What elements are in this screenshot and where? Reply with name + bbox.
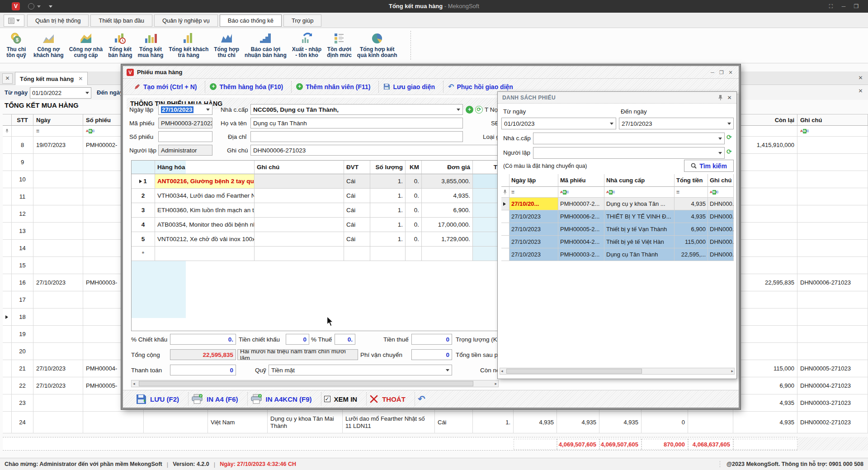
tien-chiet-khau-field[interactable]: 0 [286,334,309,345]
add-staff-button[interactable]: + Thêm nhân viên (F11) [292,81,379,93]
scroll-right-icon[interactable]: ▸ [731,369,733,373]
table-row-cell-stt[interactable]: 18 [12,309,33,326]
table-row-cell-c12[interactable]: 4,935 [557,412,599,433]
refresh-icon[interactable]: ⟳ [726,148,732,155]
table-row-cell-ghi_chu[interactable] [797,137,868,154]
product-row-cell-num[interactable]: 2 [132,189,155,203]
product-row-cell-ghi_chu[interactable] [255,247,344,261]
table-row-cell-ind[interactable] [3,412,12,433]
table-row-cell-ngay[interactable] [33,223,83,240]
scrollbar-thumb[interactable] [506,369,642,374]
quy-combo[interactable]: Tiền mặt [269,365,452,375]
panel-row-cell-ncc[interactable]: THIẾT BỊ Y TẾ VINH Đ... [604,210,675,223]
panel-row-cell-ncc[interactable]: Thiết bị yê tế Việt Hàn [604,236,675,248]
product-row-cell-num[interactable]: * [132,247,155,261]
product-row-cell-ghi_chu[interactable] [255,218,344,232]
product-row-cell-hang_hoa[interactable]: VTH00344, Lưỡi dao mổ Fearther Nhật số..… [155,189,255,203]
ribbon-item-1[interactable]: €$Thu chitồn quỹ [2,30,31,59]
panel-column-header-tien[interactable]: Tổng tiền [675,174,708,187]
table-row-cell-ind[interactable] [3,257,12,274]
product-row-cell-hang_hoa[interactable]: ETH00360, Kim luồn tĩnh mạch an toàn 24.… [155,203,255,218]
column-header-ghi_chu[interactable]: Ghi chú [797,114,868,126]
panel-column-header-ghi[interactable]: Ghi chú [708,174,734,187]
pin-icon[interactable] [718,95,723,100]
table-row-cell-ngay[interactable] [33,188,83,205]
panel-row-cell-ghi[interactable]: DHN000.. [708,198,734,210]
ribbon-item-7[interactable]: Tổng hợpthu chi [211,30,242,59]
menu-launcher-button[interactable] [4,14,24,27]
table-row-cell-ghi_chu[interactable] [797,154,868,171]
refresh-icon[interactable]: ⟳ [475,106,483,114]
minimize-icon[interactable]: ─ [838,2,849,10]
product-row-cell-thanh_tien[interactable]: 6,9 [473,203,499,218]
filter-cell-stt[interactable] [12,126,33,137]
preview-checkbox[interactable]: ✓ XEM IN [321,392,367,406]
table-row-cell-ghi_chu[interactable] [797,291,868,309]
table-row-cell-con_lai[interactable]: 115,000 [733,360,797,377]
grid-column-header-thanh_tien[interactable]: Thành tiền [473,161,499,174]
document-tab[interactable]: Tổng kết mua hàng ✕ [15,72,88,85]
thue-field[interactable]: 0. [335,334,355,345]
table-row-cell-ghi_chu[interactable] [797,309,868,326]
product-row-cell-dvt[interactable]: Cái [344,218,370,232]
panel-filter-cell-tien[interactable]: = [675,187,708,198]
save-button[interactable]: LƯU (F2) [133,392,189,406]
panel-row-cell-ghi[interactable]: DHN000.. [708,248,734,261]
grid-column-header-km[interactable]: KM [406,161,422,174]
scrollbar-thumb[interactable] [139,381,473,386]
panel-row-cell-tien[interactable]: 22,595,... [675,248,708,261]
scroll-left-icon[interactable]: ◂ [501,369,503,373]
table-row-cell-c6[interactable]: Việt Nam [208,412,268,433]
table-row-cell-stt[interactable]: 24 [12,412,33,433]
panel-row-cell-ghi[interactable]: DHN000.. [708,236,734,248]
table-row-cell-con_lai[interactable] [733,223,797,240]
panel-row-cell-tien[interactable]: 115,000 [675,236,708,248]
ribbon-item-11[interactable]: Tổng hợp kếtquả kinh doanh [354,30,400,59]
table-row-cell-c5[interactable] [144,412,208,433]
panel-row-cell-ind[interactable] [501,236,509,248]
fullscreen-icon[interactable]: ⛶ [826,2,836,10]
tien-thue-field[interactable]: 0 [411,334,452,345]
ghi-chu-field[interactable]: DHN00006-271023 [250,145,501,156]
table-row-cell-stt[interactable]: 23 [12,394,33,412]
dialog-minimize-icon[interactable]: ─ [708,69,717,76]
column-header-ind[interactable] [3,114,12,126]
table-row-cell-stt[interactable]: 20 [12,343,33,360]
product-row-cell-ghi_chu[interactable] [255,189,344,203]
product-row-cell-num[interactable]: 4 [132,218,155,232]
product-row-cell-don_gia[interactable]: 1,729,000. [422,232,473,247]
product-row-cell-num[interactable]: 1 [132,174,155,189]
product-row-cell-km[interactable]: 0. [406,203,422,218]
print-a4kcn-button[interactable]: ? IN A4KCN (F9) [248,392,321,406]
product-row-cell-hang_hoa[interactable]: ATB00354, Monitor theo dõi bệnh nhân Ec.… [155,218,255,232]
product-row-cell-km[interactable]: 0. [406,232,422,247]
horizontal-scrollbar[interactable]: ◂ ▸ [131,380,499,387]
table-row-cell-ind[interactable] [3,188,12,205]
column-header-con_lai[interactable]: Còn lại [733,114,797,126]
table-row-cell-con_lai[interactable] [733,188,797,205]
dialog-titlebar[interactable]: V Phiếu mua hàng ─ ❐ ✕ [123,66,739,79]
table-row-cell-stt[interactable]: 11 [12,188,33,205]
table-row-cell-ind[interactable] [3,205,12,223]
grid-column-header-so_luong[interactable]: Số lượng [370,161,406,174]
menu-tab-5[interactable]: Trợ giúp [283,14,322,27]
ribbon-item-2[interactable]: Công nợkhách hàng [31,30,66,59]
close-tab-icon[interactable]: ✕ [78,76,83,82]
table-row-cell-ngay[interactable] [33,291,83,309]
panel-row-cell-ind[interactable] [501,198,509,210]
table-row-cell-ngay[interactable] [33,326,83,343]
product-row-cell-dvt[interactable] [344,247,370,261]
table-row-cell-ngay[interactable]: 27/10/2023 [33,377,83,394]
ho-va-ten-field[interactable]: Dụng cụ Tân Thành [250,118,463,128]
table-row-cell-ngay[interactable] [33,171,83,188]
panel-row-cell-ind[interactable] [501,248,509,261]
product-row-cell-don_gia[interactable]: 17,000,000. [422,218,473,232]
table-row-cell-con_lai[interactable] [733,343,797,360]
product-row-cell-so_luong[interactable]: 1. [370,232,406,247]
panel-row-cell-ngay[interactable]: 27/10/2023 [509,236,558,248]
table-row-cell-stt[interactable]: 8 [12,137,33,154]
scroll-right-icon[interactable]: ▸ [495,381,497,386]
product-row-cell-km[interactable]: 0. [406,218,422,232]
filter-cell-con_lai[interactable]: = [733,126,797,137]
product-row-cell-thanh_tien[interactable] [473,247,499,261]
